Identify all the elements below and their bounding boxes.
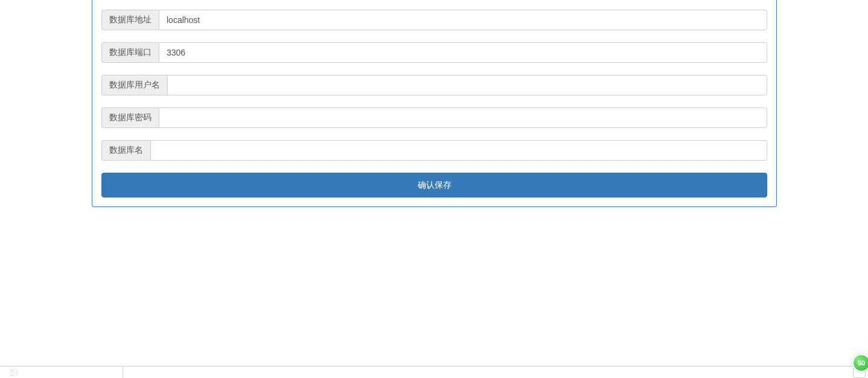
- db-password-input[interactable]: [159, 107, 767, 128]
- db-port-label: 数据库端口: [101, 42, 159, 63]
- db-password-group: 数据库密码: [101, 107, 767, 128]
- db-username-label: 数据库用户名: [101, 75, 167, 95]
- db-address-input[interactable]: [159, 10, 767, 30]
- db-name-label: 数据库名: [101, 140, 150, 161]
- status-bar-left: [0, 367, 123, 378]
- db-port-group: 数据库端口: [101, 42, 767, 63]
- db-username-group: 数据库用户名: [101, 75, 767, 95]
- badge-count: 50: [858, 359, 865, 367]
- database-config-panel: 数据库地址 数据库端口 数据库用户名 数据库密码 数据库名 确认保存: [92, 0, 777, 207]
- db-name-input[interactable]: [150, 140, 767, 161]
- db-password-label: 数据库密码: [101, 107, 159, 128]
- save-button[interactable]: 确认保存: [101, 173, 767, 197]
- db-username-input[interactable]: [167, 75, 767, 95]
- db-address-group: 数据库地址: [101, 10, 767, 30]
- db-port-input[interactable]: [159, 42, 767, 63]
- image-placeholder-icon: [10, 368, 18, 377]
- db-address-label: 数据库地址: [101, 10, 159, 30]
- notification-badge[interactable]: 50: [852, 354, 868, 372]
- db-name-group: 数据库名: [101, 140, 767, 161]
- status-bar: [0, 366, 868, 378]
- svg-point-1: [12, 371, 13, 372]
